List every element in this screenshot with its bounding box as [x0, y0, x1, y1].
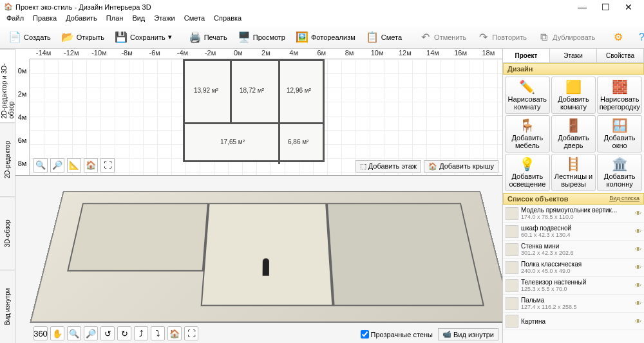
add-room-button[interactable]: 🟨Добавить комнату — [551, 77, 596, 114]
undo-icon: ↶ — [419, 31, 431, 44]
draw-partition-button[interactable]: 🧱Нарисовать перегородку — [597, 77, 642, 114]
zoom-out-button[interactable]: 🔍 — [33, 158, 48, 172]
eye-icon[interactable]: 👁 — [635, 246, 641, 253]
vtab-inside[interactable]: Вид изнутри — [0, 270, 15, 343]
close-button[interactable]: ✕ — [617, 2, 640, 12]
menu-floors[interactable]: Этажи — [150, 14, 178, 26]
save-button[interactable]: 💾Сохранить ▾ — [110, 28, 176, 46]
settings-button[interactable]: ⚙ — [607, 28, 629, 46]
menu-plan[interactable]: План — [102, 14, 128, 26]
list-item[interactable]: Пальма127.4 x 116.2 x 258.5👁 — [503, 295, 644, 313]
menu-help[interactable]: Справка — [210, 14, 245, 26]
room-area-2: 18,72 м² — [240, 87, 264, 94]
vtab-2d-3d[interactable]: 2D-редактор и 3D-обзор — [0, 49, 15, 122]
transparent-walls-checkbox[interactable]: Прозрачные стены — [361, 330, 433, 338]
measure-button[interactable]: 📐 — [67, 158, 81, 172]
fit-3d-button[interactable]: ⛶ — [184, 326, 198, 340]
vtab-2d[interactable]: 2D-редактор — [0, 122, 15, 196]
plan-2d-view[interactable]: -14м-12м-10м-8м-6м-4м-2м0м2м4м6м8м10м12м… — [15, 49, 502, 176]
design-header: Дизайн — [503, 63, 644, 75]
menu-edit[interactable]: Правка — [29, 14, 61, 26]
fit-button[interactable]: ⛶ — [100, 158, 115, 172]
photorealism-button[interactable]: 🖼️Фотореализм — [291, 28, 360, 46]
zoom-in-3d-button[interactable]: 🔎 — [84, 326, 98, 340]
tab-floors[interactable]: Этажи — [550, 49, 597, 62]
list-item[interactable]: Модель прямоугольник вертик...174.0 x 78… — [503, 205, 644, 223]
object-thumb — [506, 261, 518, 274]
object-thumb — [506, 279, 518, 292]
list-item[interactable]: шкаф подвесной60.1 x 42.3 x 130.4👁 — [503, 223, 644, 241]
add-lighting-button[interactable]: 💡Добавить освещение — [505, 154, 550, 191]
estimate-button[interactable]: 📋Смета — [361, 28, 406, 46]
vtab-3d[interactable]: 3D-обзор — [0, 196, 15, 270]
eye-icon[interactable]: 👁 — [635, 228, 641, 235]
app-icon: 🏠 — [4, 3, 13, 12]
add-window-button[interactable]: 🪟Добавить окно — [597, 115, 642, 153]
room-area-4: 17,65 м² — [220, 138, 245, 145]
object-thumb — [506, 225, 518, 238]
menu-add[interactable]: Добавить — [62, 14, 101, 26]
toolbar: 📄Создать 📂Открыть 💾Сохранить ▾ 🖨️Печать … — [0, 26, 644, 49]
rotate-right-button[interactable]: ↻ — [117, 326, 131, 340]
maximize-button[interactable]: ☐ — [594, 2, 617, 12]
ruler-horizontal: -14м-12м-10м-8м-6м-4м-2м0м2м4м6м8м10м12м… — [30, 49, 502, 59]
draw-room-button[interactable]: ✏️Нарисовать комнату — [505, 77, 550, 114]
ruler-vertical: 0м2м4м6м8м — [15, 59, 30, 175]
save-icon: 💾 — [115, 31, 128, 44]
tab-properties[interactable]: Свойства — [597, 49, 644, 62]
eye-icon[interactable]: 👁 — [635, 210, 641, 217]
eye-icon[interactable]: 👁 — [635, 300, 641, 307]
add-door-button[interactable]: 🚪Добавить дверь — [551, 115, 596, 153]
home-button[interactable]: 🏠 — [84, 158, 98, 172]
gear-icon: ⚙ — [612, 31, 625, 44]
stairs-cutouts-button[interactable]: 🪜Лестницы и вырезы — [551, 154, 596, 191]
list-item[interactable]: Картина👁 — [503, 313, 644, 330]
redo-button[interactable]: ↷Повторить — [472, 28, 531, 46]
eye-icon[interactable]: 👁 — [635, 264, 641, 271]
undo-button[interactable]: ↶Отменить — [414, 28, 471, 46]
pan-button[interactable]: ✋ — [50, 326, 64, 340]
tilt-down-button[interactable]: ⤵ — [151, 326, 165, 340]
create-icon: 📄 — [8, 31, 21, 44]
create-button[interactable]: 📄Создать — [4, 28, 55, 46]
add-roof-button[interactable]: 🏠Добавить крышу — [424, 160, 498, 172]
objects-list[interactable]: Модель прямоугольник вертик...174.0 x 78… — [503, 205, 644, 343]
tab-project[interactable]: Проект — [503, 49, 550, 62]
zoom-out-3d-button[interactable]: 🔍 — [67, 326, 81, 340]
home-3d-button[interactable]: 🏠 — [167, 326, 182, 340]
column-icon: 🏛️ — [612, 157, 628, 171]
duplicate-button[interactable]: ⧉Дублировать — [533, 28, 600, 46]
list-item[interactable]: Телевизор настенный125.3 x 5.5 x 70.0👁 — [503, 277, 644, 295]
zoom-in-button[interactable]: 🔎 — [50, 158, 64, 172]
minimize-button[interactable]: — — [571, 2, 594, 12]
photo-icon: 🖼️ — [296, 31, 308, 44]
add-room-icon: 🟨 — [565, 80, 582, 94]
object-thumb — [506, 207, 518, 220]
light-icon: 💡 — [519, 157, 535, 171]
preview-icon: 🖥️ — [238, 31, 251, 44]
list-item[interactable]: Полка классическая240.0 x 45.0 x 49.0👁 — [503, 259, 644, 277]
add-column-button[interactable]: 🏛️Добавить колонну — [597, 154, 642, 191]
room-area-1: 13,92 м² — [194, 87, 218, 94]
menu-view[interactable]: Вид — [128, 14, 149, 26]
add-furniture-button[interactable]: 🪑Добавить мебель — [505, 115, 550, 153]
preview-button[interactable]: 🖥️Просмотр — [233, 28, 290, 46]
print-button[interactable]: 🖨️Печать — [184, 28, 232, 46]
view-inside-button[interactable]: 📹Вид изнутри — [438, 328, 498, 340]
menu-estimate[interactable]: Смета — [180, 14, 209, 26]
help-button[interactable]: ? — [630, 28, 644, 46]
list-item[interactable]: Стенка мини301.2 x 42.3 x 202.6👁 — [503, 241, 644, 259]
window-icon: 🪟 — [612, 118, 628, 133]
object-thumb — [506, 315, 518, 328]
view-3d[interactable]: 360 ✋ 🔍 🔎 ↺ ↻ ⤴ ⤵ 🏠 ⛶ Прозрачные стены 📹… — [15, 176, 502, 344]
open-button[interactable]: 📂Открыть — [57, 28, 109, 46]
eye-icon[interactable]: 👁 — [635, 318, 641, 325]
duplicate-icon: ⧉ — [537, 31, 550, 44]
tilt-up-button[interactable]: ⤴ — [134, 326, 148, 340]
add-floor-button[interactable]: ⬚Добавить этаж — [355, 160, 421, 172]
list-view-link[interactable]: Вид списка — [609, 195, 639, 203]
menu-file[interactable]: Файл — [3, 14, 28, 26]
rotate-left-button[interactable]: ↺ — [100, 326, 115, 340]
view360-button[interactable]: 360 — [33, 326, 48, 340]
eye-icon[interactable]: 👁 — [635, 282, 641, 289]
